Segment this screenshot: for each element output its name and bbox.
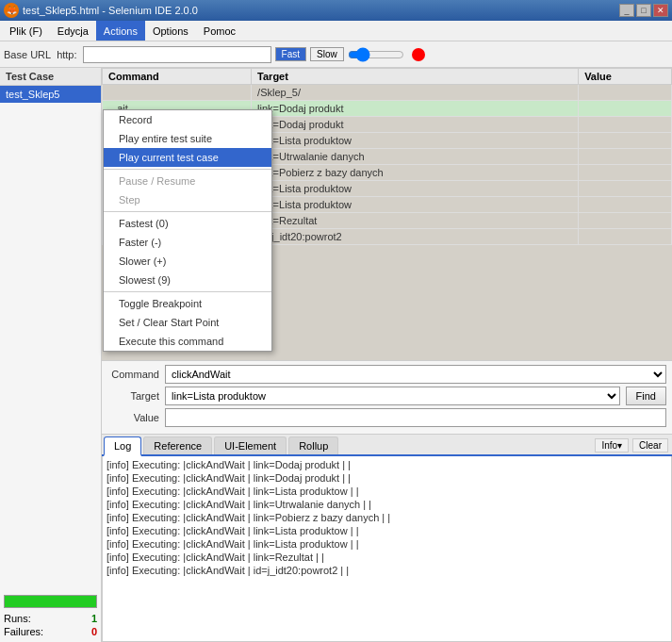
- menu-item-record[interactable]: Record: [104, 110, 271, 129]
- tab-rollup[interactable]: Rollup: [288, 436, 338, 454]
- menu-help[interactable]: Pomoc: [196, 21, 243, 41]
- value-label: Value: [107, 412, 159, 423]
- dropdown-separator: [104, 291, 271, 292]
- menu-item-faster[interactable]: Faster (-): [104, 233, 271, 252]
- cell-value: [579, 149, 672, 165]
- table-row[interactable]: /Sklep_5/: [103, 85, 672, 101]
- target-row: Target link=Lista produktow Find: [107, 387, 666, 405]
- speed-slider[interactable]: [348, 47, 404, 62]
- command-label: Command: [107, 369, 159, 380]
- toolbar: Base URL http: Fast Slow: [0, 41, 672, 68]
- runs-row: Runs: 1: [4, 612, 97, 625]
- test-case-item[interactable]: test_Sklep5: [0, 86, 101, 103]
- cell-value: [579, 165, 672, 181]
- cell-value: [579, 85, 672, 101]
- menu-item-slowest[interactable]: Slowest (9): [104, 271, 271, 289]
- tab-bar: Log Reference UI-Element Rollup Info▾ Cl…: [102, 435, 672, 456]
- cell-target: id=j_idt20:powrot2: [252, 229, 579, 245]
- runs-label: Runs:: [4, 613, 31, 624]
- bottom-section: Log Reference UI-Element Rollup Info▾ Cl…: [102, 435, 672, 642]
- tab-actions: Info▾ Clear: [591, 436, 672, 454]
- menu-options[interactable]: Options: [145, 21, 196, 41]
- menu-item-fastest[interactable]: Fastest (0): [104, 214, 271, 233]
- cell-value: [579, 101, 672, 117]
- window-controls[interactable]: _ □ ✕: [619, 4, 668, 17]
- target-select[interactable]: link=Lista produktow: [165, 387, 620, 405]
- maximize-button[interactable]: □: [636, 4, 651, 17]
- tab-reference[interactable]: Reference: [143, 436, 212, 454]
- menu-actions[interactable]: Actions: [96, 21, 145, 41]
- menu-item-slower[interactable]: Slower (+): [104, 252, 271, 271]
- cell-value: [579, 117, 672, 133]
- progress-area: Runs: 1 Failures: 0: [0, 591, 101, 642]
- log-line: [info] Executing: |clickAndWait | id=j_i…: [107, 564, 667, 577]
- menu-edit[interactable]: Edycja: [50, 21, 96, 41]
- test-case-header: Test Case: [0, 68, 101, 86]
- stats: Runs: 1 Failures: 0: [4, 612, 97, 638]
- url-prefix: http:: [57, 49, 76, 60]
- log-line: [info] Executing: |clickAndWait | link=L…: [107, 524, 667, 537]
- title-bar-left: 🦊 test_Sklep5.html - Selenium IDE 2.0.0: [4, 3, 198, 18]
- actions-dropdown: RecordPlay entire test suitePlay current…: [103, 109, 272, 352]
- log-line: [info] Executing: |clickAndWait | link=U…: [107, 498, 667, 511]
- title-bar: 🦊 test_Sklep5.html - Selenium IDE 2.0.0 …: [0, 0, 672, 21]
- clear-button[interactable]: Clear: [632, 438, 668, 453]
- value-row: Value: [107, 408, 666, 427]
- cell-target: link=Pobierz z bazy danych: [252, 165, 579, 181]
- log-line: [info] Executing: |clickAndWait | link=P…: [107, 511, 667, 524]
- tab-log[interactable]: Log: [104, 436, 141, 456]
- col-value: Value: [579, 69, 672, 85]
- base-url-label: Base URL: [4, 49, 51, 60]
- find-button[interactable]: Find: [626, 387, 666, 405]
- menu-item-toggle-bp[interactable]: Toggle Breakpoint: [104, 294, 271, 313]
- cell-target: link=Rezultat: [252, 213, 579, 229]
- window-title: test_Sklep5.html - Selenium IDE 2.0.0: [23, 5, 198, 16]
- menu-item-pause: Pause / Resume: [104, 172, 271, 190]
- cell-target: link=Lista produktow: [252, 197, 579, 213]
- log-area: [info] Executing: |clickAndWait | link=D…: [102, 456, 672, 642]
- close-button[interactable]: ✕: [653, 4, 668, 17]
- menu-item-step: Step: [104, 190, 271, 209]
- command-row: Command clickAndWait: [107, 365, 666, 384]
- cell-value: [579, 181, 672, 197]
- cell-target: link=Dodaj produkt: [252, 117, 579, 133]
- col-command: Command: [103, 69, 252, 85]
- cell-target: link=Dodaj produkt: [252, 101, 579, 117]
- info-button[interactable]: Info▾: [595, 438, 629, 453]
- progress-bar-container: [4, 595, 97, 608]
- target-label: Target: [107, 390, 159, 402]
- record-indicator: [412, 48, 425, 61]
- col-target: Target: [252, 69, 579, 85]
- minimize-button[interactable]: _: [619, 4, 634, 17]
- failures-row: Failures: 0: [4, 625, 97, 638]
- base-url-input[interactable]: [83, 46, 271, 63]
- menu-item-play-suite[interactable]: Play entire test suite: [104, 129, 271, 148]
- cell-command: [103, 85, 252, 101]
- log-line: [info] Executing: |clickAndWait | link=R…: [107, 551, 667, 564]
- fast-button[interactable]: Fast: [275, 47, 306, 61]
- progress-bar: [5, 596, 96, 607]
- cell-target: link=Utrwalanie danych: [252, 149, 579, 165]
- cell-target: link=Lista produktow: [252, 181, 579, 197]
- command-select[interactable]: clickAndWait: [165, 365, 666, 384]
- log-line: [info] Executing: |clickAndWait | link=L…: [107, 537, 667, 551]
- firefox-icon: 🦊: [4, 3, 19, 18]
- cell-value: [579, 197, 672, 213]
- menu-item-play-case[interactable]: Play current test case: [104, 148, 271, 167]
- dropdown-separator: [104, 169, 271, 170]
- cell-target: /Sklep_5/: [252, 85, 579, 101]
- cell-value: [579, 133, 672, 149]
- menu-item-set-start[interactable]: Set / Clear Start Point: [104, 313, 271, 332]
- log-line: [info] Executing: |clickAndWait | link=D…: [107, 471, 667, 485]
- menu-item-execute[interactable]: Execute this command: [104, 332, 271, 351]
- menu-file[interactable]: Plik (F): [2, 21, 50, 41]
- dropdown-separator: [104, 211, 271, 212]
- tab-ui-element[interactable]: UI-Element: [214, 436, 287, 454]
- cell-value: [579, 229, 672, 245]
- log-line: [info] Executing: |clickAndWait | link=L…: [107, 485, 667, 498]
- command-area: Command clickAndWait Target link=Lista p…: [102, 361, 672, 435]
- value-input[interactable]: [165, 408, 666, 427]
- main-content: Test Case test_Sklep5 Runs: 1 Failures: …: [0, 68, 672, 642]
- runs-value: 1: [91, 613, 97, 624]
- slow-button[interactable]: Slow: [310, 47, 344, 61]
